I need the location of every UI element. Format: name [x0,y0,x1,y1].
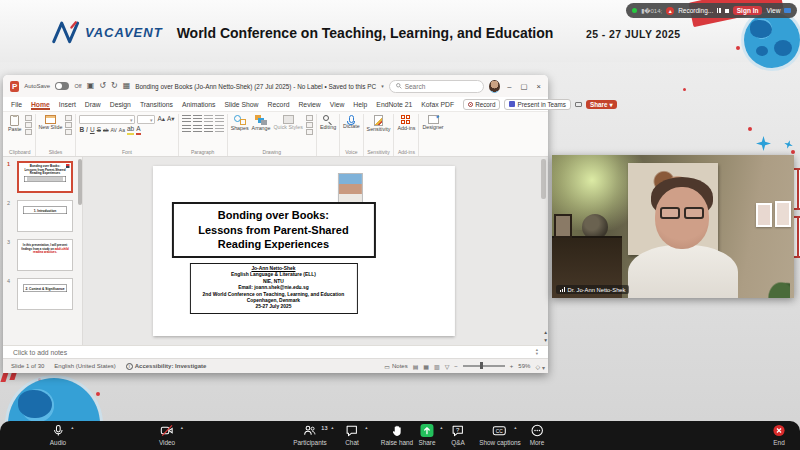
addins-button[interactable]: Add-ins [397,115,415,132]
columns-icon[interactable] [215,125,224,133]
indent-decrease-icon[interactable] [204,115,213,123]
tab-view[interactable]: View [330,101,345,108]
tab-endnote[interactable]: EndNote 21 [376,101,412,108]
participants-chevron-icon[interactable]: ▴ [331,425,333,430]
zoom-slider[interactable] [463,365,505,367]
reset-slide-icon[interactable] [65,122,72,128]
current-slide[interactable]: Bonding over Books: Lessons from Parent-… [152,166,454,336]
view-button[interactable]: View [766,7,780,14]
accessibility-status[interactable]: i Accessibility: Investigate [126,363,207,370]
highlight-color-button[interactable]: ab [127,126,134,135]
numbering-icon[interactable] [193,115,202,123]
undo-icon[interactable]: ↺ [99,82,106,90]
close-button[interactable]: × [537,82,541,91]
paste-button[interactable]: Paste [8,115,22,133]
collapse-ribbon-icon[interactable]: ▾ [542,364,545,371]
decrease-font-icon[interactable]: A▾ [167,116,175,123]
webcam-video[interactable]: Dr. Jo-Ann Netto-Shek [552,155,794,298]
slide-thumbnail-1[interactable]: Bonding over Books: Lessons from Parent-… [17,161,73,193]
captions-button[interactable]: CC ▴ Show captions [479,424,521,446]
stop-recording-button[interactable] [725,9,729,13]
slideshow-icon[interactable]: ▦ [123,82,131,90]
tab-kofax-pdf[interactable]: Kofax PDF [421,101,454,108]
title-chevron-icon[interactable]: ▾ [381,83,384,89]
comments-icon[interactable] [575,102,582,107]
tab-help[interactable]: Help [353,101,367,108]
thumbnail-scrollbar[interactable] [78,159,82,205]
zoom-slider-thumb[interactable] [480,362,483,369]
qa-button[interactable]: ? Q&A [451,424,465,446]
video-chevron-icon[interactable]: ▴ [181,425,183,430]
tab-slide-show[interactable]: Slide Show [225,101,259,108]
cut-icon[interactable] [25,115,32,121]
increase-font-icon[interactable]: A▴ [157,116,165,123]
save-icon[interactable]: ▣ [87,82,95,90]
section-icon[interactable] [65,129,72,135]
chat-chevron-icon[interactable]: ▴ [365,425,367,430]
participants-button[interactable]: 13 ▴ Participants [293,424,326,446]
zoom-out-button[interactable]: − [454,363,458,369]
strikethrough-button[interactable]: S [97,127,101,134]
tab-file[interactable]: File [11,101,22,108]
share-chevron-icon[interactable]: ▴ [440,425,442,430]
normal-view-button[interactable]: ▤ [413,363,419,370]
chat-button[interactable]: ▴ Chat [345,424,359,446]
align-right-icon[interactable] [204,125,213,133]
search-input[interactable]: Search [389,80,485,93]
record-button[interactable]: Record [463,99,500,110]
align-center-icon[interactable] [193,125,202,133]
character-spacing-button[interactable]: AV [111,128,117,133]
arrange-button[interactable]: Arrange [252,115,271,132]
editing-button[interactable]: Editing [320,115,336,131]
end-meeting-button[interactable]: End [773,424,786,446]
font-color-button[interactable]: A [136,126,140,135]
autosave-toggle[interactable] [55,82,69,90]
slide-thumbnail-3[interactable]: In this presentation, I will present fin… [17,239,73,271]
sensitivity-button[interactable]: Sensitivity [367,115,391,133]
text-shadow-button[interactable]: ab [103,128,109,133]
shape-effects-icon[interactable] [306,129,313,135]
change-case-button[interactable]: Aa [119,128,125,133]
font-size-select[interactable]: ▾ [137,115,155,124]
ppt-share-button[interactable]: Share▾ [586,100,617,109]
dictate-button[interactable]: Dictate [343,115,360,130]
tab-insert[interactable]: Insert [59,101,76,108]
canvas-scrollbar[interactable] [541,159,546,199]
tab-review[interactable]: Review [298,101,320,108]
bold-button[interactable]: B [79,127,84,134]
slide-thumbnail-4[interactable]: 2. Context & Significance [17,278,73,310]
present-in-teams-button[interactable]: Present in Teams [504,99,571,110]
font-name-select[interactable]: ▾ [79,115,135,124]
format-painter-icon[interactable] [25,129,32,135]
new-slide-button[interactable]: New Slide [39,115,63,131]
quick-styles-button[interactable]: Quick Styles [273,115,302,131]
language-indicator[interactable]: English (United States) [54,363,115,369]
copy-icon[interactable] [25,122,32,128]
raise-hand-button[interactable]: Raise hand [381,424,413,446]
slide-layout-icon[interactable] [65,115,72,121]
tab-design[interactable]: Design [110,101,131,108]
next-slide-button[interactable]: ▾ [544,337,547,343]
tab-transitions[interactable]: Transitions [140,101,173,108]
indent-increase-icon[interactable] [215,115,224,123]
reading-view-button[interactable]: ▥ [434,363,440,370]
captions-chevron-icon[interactable]: ▴ [514,425,516,430]
align-left-icon[interactable] [182,125,191,133]
slideshow-view-button[interactable]: ▽ [445,363,450,370]
zoom-level[interactable]: 59% [518,363,530,369]
more-button[interactable]: More [530,424,545,446]
zoom-in-button[interactable]: + [510,363,514,369]
tab-record[interactable]: Record [268,101,290,108]
tab-home[interactable]: Home [31,101,50,108]
notes-collapse-icon[interactable]: ▾ [536,352,538,356]
designer-button[interactable]: ✦ Designer [422,115,443,131]
user-avatar[interactable] [489,80,500,93]
pause-recording-button[interactable] [717,8,721,13]
redo-icon[interactable]: ↻ [111,82,118,90]
fit-slide-button[interactable]: ◇ [535,363,540,370]
sign-in-button[interactable]: Sign In [733,6,763,15]
shapes-button[interactable]: Shapes [231,115,249,132]
video-button[interactable]: ▴ Video [159,424,175,446]
share-screen-button[interactable]: ▴ Share [418,424,435,446]
underline-button[interactable]: U [90,127,95,134]
